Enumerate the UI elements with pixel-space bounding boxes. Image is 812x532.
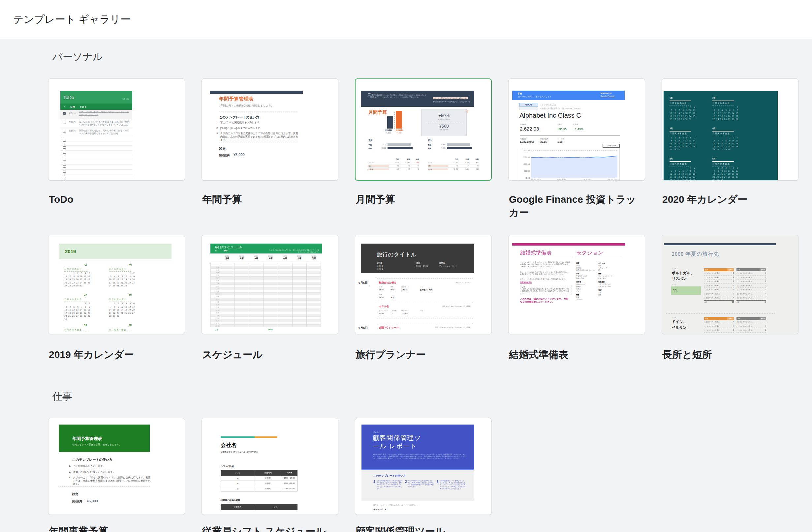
- template-label[interactable]: Google Finance 投資トラッカー: [509, 193, 641, 219]
- mb-table-row: その他 ¥1,450 ¥1,500 ¥50: [428, 168, 479, 171]
- mb-panel-pct-label: 開始残高の増加率: [421, 119, 466, 120]
- pc-pros-table-1: 長所 重要度 ここにテキストを挿入。5ここにテキストを挿入。4ここにテキストを挿…: [704, 268, 734, 303]
- checkbox-icon[interactable]: [63, 153, 66, 156]
- checkbox-icon[interactable]: [63, 139, 66, 142]
- gf-xtick: 8月 9, 2020: [583, 178, 591, 180]
- calendar-month: 6月 日 月 火 水 木 金 土 1 2 3 4 5 6 7 8 9 10 11…: [712, 158, 749, 181]
- wedding-item: 予算見積もり表: [576, 275, 597, 277]
- template-card-todo[interactable]: ToDo 1/3 完了 ✓ 日付 タスク ✓ 9月7日 完了した項目の列 A に…: [48, 78, 185, 181]
- checkbox-checked-icon[interactable]: ✓: [63, 112, 66, 115]
- shift-bar-teal: [221, 437, 255, 438]
- checkbox-icon[interactable]: [63, 167, 66, 171]
- template-card-pros-cons[interactable]: 2000 年夏の旅行先 行き先 1 ポルトガル、 リスボン スコア 11 長所 …: [662, 235, 798, 334]
- calendar-month: 5月 日 月 火 水 木 金 土 1 2 3 4 5 6 7 8 9 10 11…: [669, 158, 707, 181]
- shift-row: B 8 時間 16:00～00:00: [221, 481, 298, 486]
- wedding-top-bar: [512, 243, 625, 246]
- template-label[interactable]: 旅行プランナー: [356, 348, 494, 361]
- template-label[interactable]: 年間事業予算: [49, 525, 187, 532]
- gf-change-pct: +1.43%: [573, 128, 583, 131]
- todo-date: 9月7日: [69, 112, 75, 115]
- schedule-week-label: 週: [215, 250, 217, 251]
- wedding-list-colA: 概要 ToDo招待先結婚式当日のスケジュール 予算 予算見積もり表詳細な予算 招…: [576, 261, 597, 300]
- crm-usage-section: このテンプレートの使い方 1 この顧客関係管理ツールを初めて設定する場合は、[設…: [361, 470, 474, 501]
- gf-symbol-input[interactable]: GOOG: [519, 103, 538, 106]
- budget-usage-item: 1. 下の行 13 に開始残高を入力します。: [216, 121, 299, 124]
- template-label[interactable]: 従業員シフト スケジュール: [202, 525, 341, 532]
- gf-range-selector[interactable]: 12 Months: [603, 144, 620, 148]
- section-heading-personal: パーソナル: [53, 50, 103, 64]
- todo-date: 9月8日: [69, 121, 75, 124]
- template-label[interactable]: 月間予算: [356, 193, 494, 206]
- template-card-schedule[interactable]: 毎日のスケジュール 週 開始日 セル C2 に週の開始日を入力すると、曜日と日付…: [202, 235, 338, 334]
- travel-title: 旅行のタイトル: [377, 251, 417, 258]
- crm-footer-bold: ダッシュボード: [373, 508, 386, 511]
- wedding-link[interactable]: 共有方法を見る: [520, 281, 532, 283]
- cal2019-banner: 2019: [59, 243, 172, 259]
- template-card-annual-budget[interactable]: 年間予算管理表 1年間の月々の出費を計画、管理しましょう。 このテンプレートの使…: [202, 78, 338, 181]
- checkbox-icon[interactable]: [63, 144, 66, 147]
- travel-date2: 9月6日: [359, 326, 368, 330]
- gf-ytick: 0.00: [526, 177, 530, 179]
- todo-date: 9月9日: [69, 130, 75, 133]
- pc-row: ここにテキストを挿入。2: [737, 328, 766, 332]
- checkbox-icon[interactable]: [63, 173, 66, 175]
- schedule-row: 13:00: [211, 290, 321, 292]
- template-card-shift-schedule[interactable]: 会社名 従業員シフト スケジュール（2000年1月） シフトの詳細 シフト 勤務…: [202, 418, 338, 515]
- travel-th: 空港: [391, 286, 393, 288]
- calendar-month: 3月 日 月 火 水 木 金 土 1 2 3 4 5 6 7 8 9 10 11…: [64, 294, 104, 321]
- wedding-title: 結婚式準備表: [520, 250, 552, 256]
- travel-th: メモ: [420, 310, 423, 311]
- gf-powered-by: POWERED BY: [600, 92, 612, 94]
- pc-row: ここにテキストを挿入。2: [737, 288, 766, 292]
- template-label[interactable]: 顧客関係管理ツール: [356, 525, 494, 532]
- template-card-crm[interactable]: 初めての 顧客関係管理ツ ール レポート 連絡先の整理、販売プロセスの強化、継続…: [355, 418, 492, 515]
- checkbox-icon[interactable]: [63, 163, 66, 166]
- todo-empty-row: [60, 160, 132, 165]
- wedding-item: 招待先: [576, 267, 597, 269]
- checkbox-icon[interactable]: [63, 130, 66, 133]
- template-label[interactable]: 年間予算: [202, 193, 341, 206]
- checkbox-icon[interactable]: [63, 121, 66, 124]
- template-card-google-finance[interactable]: 手順 セル B4 に株式シンボルを入力します POWERED BY Google…: [508, 78, 645, 181]
- template-card-2019-calendar[interactable]: 2019 1月 日 月 火 水 木 金 土 1 2 3 4 5 6 7 8 9 …: [48, 235, 185, 334]
- template-card-travel-planner[interactable]: 旅行のタイトル 旅行者 旅行者 1 旅行者 2 日付 9月5日〜9月6日 目的地…: [355, 235, 492, 334]
- template-card-wedding[interactable]: 結婚式準備表 セクション このテンプレートを使ってさまざまな情報を 1 か所にま…: [508, 235, 645, 334]
- checkbox-icon[interactable]: [63, 148, 66, 151]
- cal2020-panel: 1月 日 月 火 水 木 金 土 1 2 3 4 5 6 7 8 9 10 11…: [664, 91, 778, 181]
- mb-header-band: メモ セルに開始残高を設定してから、下の [収入] と [支出] の表にカテゴリ…: [361, 91, 474, 107]
- template-label[interactable]: 2019 年カレンダー: [49, 348, 187, 361]
- schedule-row: 15:00: [211, 300, 321, 303]
- shift-subtitle: 従業員シフト スケジュール（2000年1月）: [221, 450, 259, 454]
- template-label[interactable]: 結婚式準備表: [509, 348, 648, 361]
- pc-rows: ここにテキストを挿入。2ここにテキストを挿入。3ここにテキストを挿入。2: [737, 320, 766, 332]
- gf-exchange-input[interactable]: [519, 107, 538, 110]
- section-heading-work: 仕事: [53, 390, 72, 403]
- schedule-note: セル C2 に週の開始日を入力すると、曜日と日付が自動的に更新されて、その週のス…: [269, 249, 319, 253]
- divider: [219, 142, 298, 143]
- pc-pros-table-2: 長所 重要度 ここにテキストを挿入。4ここにテキストを挿入。4ここにテキストを挿…: [704, 317, 734, 332]
- travel-col-line: 9月5日〜9月6日: [416, 265, 428, 267]
- travel-td: 17:00: [379, 312, 383, 314]
- travel-flight-route: 東京からニューヨーク: [421, 282, 470, 283]
- todo-task: 完了した項目のスタイルを変更するには、[表示形式] > [条件付き書式] にアク…: [79, 120, 130, 126]
- checkbox-icon[interactable]: [63, 177, 66, 180]
- template-label[interactable]: ToDo: [49, 193, 187, 206]
- pc-dest-name: リスボン: [672, 276, 687, 281]
- pc-row: ここにテキストを挿入。4: [704, 320, 734, 324]
- shift-rows: A 8 時間 08:00～16:00 B 8 時間 16:00～00:00 C …: [221, 476, 298, 491]
- google-finance-link[interactable]: Google Finance: [600, 95, 614, 97]
- crm-small-label: 初めての: [373, 431, 380, 433]
- gf-beta: 1.00: [557, 141, 563, 143]
- schedule-day: 9月3日 月曜: [220, 255, 234, 260]
- schedule-banner: 毎日のスケジュール 週 開始日 セル C2 に週の開始日を入力すると、曜日と日付…: [211, 243, 322, 253]
- todo-col-check: ✓: [64, 105, 66, 108]
- template-card-business-budget[interactable]: 年間予算管理表 年間のビジネス収支を計画、管理しましょう。 このテンプレートの使…: [48, 418, 185, 515]
- pc-row: ここにテキストを挿入。3: [704, 328, 734, 332]
- template-label[interactable]: 2020 年カレンダー: [662, 193, 801, 206]
- template-label[interactable]: 長所と短所: [662, 348, 801, 361]
- template-label[interactable]: スケジュール: [202, 348, 341, 361]
- template-card-monthly-budget[interactable]: メモ セルに開始残高を設定してから、下の [収入] と [支出] の表にカテゴリ…: [355, 78, 492, 181]
- mb-bar2-value: ¥1,500: [393, 132, 405, 134]
- checkbox-icon[interactable]: [63, 158, 66, 161]
- template-card-2020-calendar[interactable]: 1月 日 月 火 水 木 金 土 1 2 3 4 5 6 7 8 9 10 11…: [662, 78, 798, 181]
